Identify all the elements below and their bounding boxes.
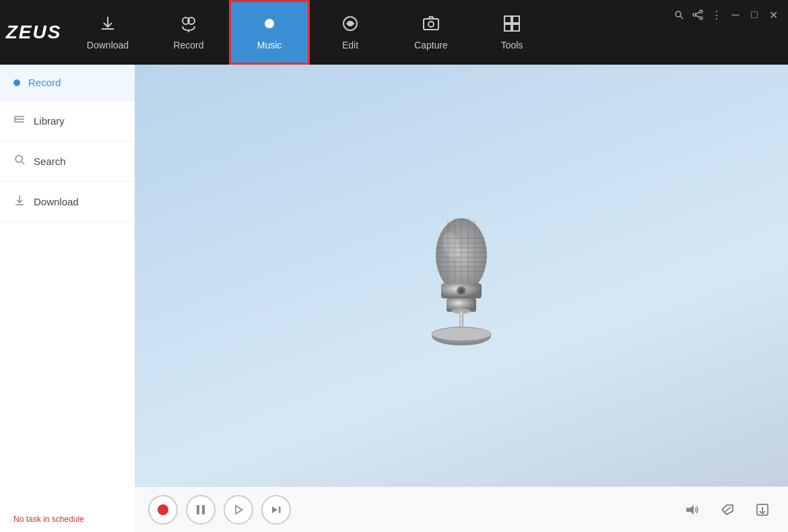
music-icon [260,14,279,36]
play-button[interactable] [224,495,253,525]
content-main [135,65,788,486]
svg-marker-55 [272,506,277,513]
svg-rect-53 [202,505,205,514]
export-button[interactable] [750,498,775,522]
sidebar-item-search[interactable]: Search [0,141,135,182]
svg-rect-11 [513,16,519,23]
tag-button[interactable] [715,498,740,522]
svg-line-15 [680,16,683,19]
svg-point-44 [459,288,464,294]
sidebar-status: No task in schedule [0,506,135,532]
svg-point-9 [428,22,434,27]
share-btn[interactable] [691,8,704,22]
tools-icon [502,14,521,36]
tab-capture[interactable]: Capture [391,0,471,65]
more-btn[interactable]: ⋮ [710,8,723,22]
tab-download[interactable]: Download [67,0,148,65]
svg-point-25 [15,156,22,162]
svg-line-58 [724,507,731,512]
tab-music[interactable]: Music [229,0,310,65]
svg-point-18 [700,17,702,20]
download-sidebar-icon [13,194,26,209]
record-dot [158,504,168,515]
svg-rect-8 [424,19,438,30]
svg-line-19 [696,12,700,14]
sidebar-spacer [0,222,135,506]
svg-point-14 [676,11,681,17]
capture-icon [422,14,440,36]
svg-rect-10 [504,16,511,23]
sidebar-item-record[interactable]: Record [0,65,135,101]
tab-capture-label: Capture [414,40,448,51]
tab-record[interactable]: Record [148,0,229,65]
logo-text: ZEUS [6,22,62,43]
volume-button[interactable] [680,498,704,522]
svg-point-7 [348,22,352,26]
record-button[interactable] [148,495,178,525]
main-content: Record Library Search [0,65,788,532]
svg-rect-52 [197,505,199,514]
svg-rect-13 [513,24,519,31]
sidebar-download-label: Download [34,196,79,207]
minimize-btn[interactable]: ─ [729,8,742,22]
playback-controls [148,495,680,525]
sidebar-search-label: Search [34,156,66,167]
active-indicator [13,79,20,86]
tab-download-label: Download [87,40,129,51]
svg-rect-56 [279,506,281,513]
tab-record-label: Record [173,40,203,51]
pause-button[interactable] [186,495,216,525]
sidebar-record-label: Record [28,77,61,88]
sidebar-library-label: Library [34,115,65,127]
tab-edit-label: Edit [342,40,358,51]
maximize-btn[interactable]: □ [748,8,761,22]
sidebar: Record Library Search [0,65,135,532]
sidebar-item-download[interactable]: Download [0,182,135,222]
svg-point-16 [700,10,702,13]
next-button[interactable] [261,495,291,525]
right-controls [680,498,775,522]
sidebar-item-library[interactable]: Library [0,101,135,141]
search-icon [13,154,26,169]
microphone-illustration [394,201,529,350]
controls-bar [135,486,788,532]
tab-music-label: Music [257,40,282,51]
library-icon [13,113,26,129]
svg-point-5 [269,23,270,24]
content-area [135,65,788,532]
record-icon [179,14,198,36]
tab-edit[interactable]: Edit [310,0,391,65]
svg-line-26 [22,162,24,164]
svg-marker-57 [686,505,694,514]
no-task-label: No task in schedule [13,514,84,524]
tab-tools-label: Tools [501,40,523,51]
svg-rect-12 [504,24,511,31]
svg-line-20 [696,15,700,18]
close-btn[interactable]: ✕ [766,8,780,22]
titlebar: ZEUS Download Record [0,0,788,65]
svg-marker-54 [236,506,242,514]
edit-icon [341,14,360,36]
search-window-btn[interactable] [672,8,686,22]
tab-tools[interactable]: Tools [471,0,552,65]
window-controls: ⋮ ─ □ ✕ [672,8,788,22]
svg-point-17 [693,13,696,16]
app-logo: ZEUS [0,0,67,65]
download-icon [98,14,117,36]
